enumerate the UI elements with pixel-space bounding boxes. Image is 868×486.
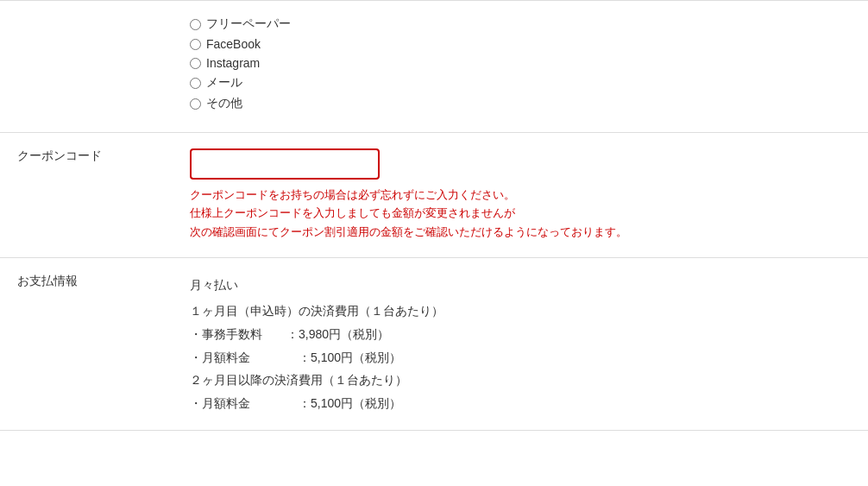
radio-facebook-label[interactable]: FaceBook xyxy=(206,37,261,51)
list-item: その他 xyxy=(190,96,851,111)
coupon-note-line2: 仕様上クーポンコードを入力しましても金額が変更されませんが xyxy=(190,205,851,223)
coupon-value-cell: クーポンコードをお持ちの場合は必ず忘れずにご入力ください。 仕様上クーポンコード… xyxy=(173,133,868,258)
payment-label: お支払情報 xyxy=(17,274,78,287)
list-item: フリーペーパー xyxy=(190,16,851,32)
radio-value-cell: フリーペーパー FaceBook Instagram メール xyxy=(173,1,868,133)
radio-freepaper-label[interactable]: フリーペーパー xyxy=(206,16,291,32)
form-table: フリーペーパー FaceBook Instagram メール xyxy=(0,0,868,431)
radio-group: フリーペーパー FaceBook Instagram メール xyxy=(190,16,851,111)
radio-label-cell xyxy=(0,1,173,133)
list-item: FaceBook xyxy=(190,37,851,51)
month2-line1: ・月額料金 ：5,100円（税別） xyxy=(190,392,851,415)
month1-header: １ヶ月目（申込時）の決済費用（１台あたり） xyxy=(190,300,851,323)
coupon-input[interactable] xyxy=(190,148,380,180)
list-item: メール xyxy=(190,75,851,91)
coupon-note: クーポンコードをお持ちの場合は必ず忘れずにご入力ください。 仕様上クーポンコード… xyxy=(190,186,851,242)
payment-info: 月々払い １ヶ月目（申込時）の決済費用（１台あたり） ・事務手数料 ：3,980… xyxy=(190,274,851,415)
month1-line2: ・月額料金 ：5,100円（税別） xyxy=(190,346,851,369)
radio-freepaper[interactable] xyxy=(190,19,201,30)
payment-row: お支払情報 月々払い １ヶ月目（申込時）の決済費用（１台あたり） ・事務手数料 … xyxy=(0,257,868,431)
coupon-note-line1: クーポンコードをお持ちの場合は必ず忘れずにご入力ください。 xyxy=(190,186,851,205)
coupon-row: クーポンコード クーポンコードをお持ちの場合は必ず忘れずにご入力ください。 仕様… xyxy=(0,133,868,258)
radio-mail[interactable] xyxy=(190,78,201,89)
list-item: Instagram xyxy=(190,56,851,70)
coupon-label: クーポンコード xyxy=(17,148,102,162)
month2-header: ２ヶ月目以降の決済費用（１台あたり） xyxy=(190,369,851,392)
radio-mail-label[interactable]: メール xyxy=(206,75,242,91)
coupon-note-line3: 次の確認画面にてクーポン割引適用の金額をご確認いただけるようになっております。 xyxy=(190,224,851,242)
radio-instagram[interactable] xyxy=(190,58,201,69)
page-container: フリーペーパー FaceBook Instagram メール xyxy=(0,0,868,431)
radio-row: フリーペーパー FaceBook Instagram メール xyxy=(0,1,868,133)
coupon-label-cell: クーポンコード xyxy=(0,133,173,258)
month1-line1: ・事務手数料 ：3,980円（税別） xyxy=(190,323,851,346)
payment-type: 月々払い xyxy=(190,274,851,297)
radio-facebook[interactable] xyxy=(190,39,201,50)
payment-value-cell: 月々払い １ヶ月目（申込時）の決済費用（１台あたり） ・事務手数料 ：3,980… xyxy=(173,257,868,431)
payment-label-cell: お支払情報 xyxy=(0,257,173,431)
radio-other[interactable] xyxy=(190,98,201,110)
radio-instagram-label[interactable]: Instagram xyxy=(206,56,260,70)
radio-other-label[interactable]: その他 xyxy=(206,96,242,111)
